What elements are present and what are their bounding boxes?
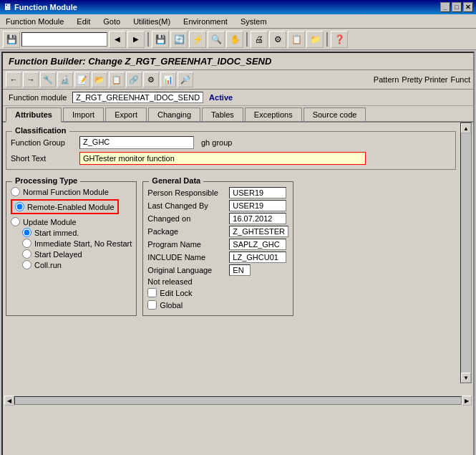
nav-tool5[interactable]: 📋	[109, 72, 125, 87]
nav5-button[interactable]: 📁	[306, 31, 324, 48]
radio-immed-no-restart-input[interactable]	[22, 239, 31, 248]
horizontal-scrollbar[interactable]: ◀ ▶	[4, 395, 472, 406]
menu-bar: Function Module Edit Goto Utilities(M) E…	[0, 14, 476, 29]
maximize-button[interactable]: □	[452, 2, 462, 12]
edit-lock-checkbox[interactable]	[147, 288, 157, 297]
nav-tool9[interactable]: 🔎	[178, 72, 193, 87]
general-label-1: Last Changed By	[147, 201, 226, 210]
tab-export[interactable]: Export	[105, 107, 147, 121]
tab-import[interactable]: Import	[63, 107, 104, 121]
general-value-4: SAPLZ_GHC	[229, 239, 286, 250]
general-label-0: Person Responsible	[147, 188, 226, 197]
general-value-1: USER19	[229, 200, 286, 211]
menu-item-system[interactable]: System	[238, 16, 270, 27]
radio-normal-input[interactable]	[11, 187, 20, 196]
short-text-input[interactable]	[79, 152, 366, 165]
print-button[interactable]: 🖨	[251, 31, 268, 48]
tab-changing[interactable]: Changing	[148, 107, 200, 121]
function-group-label: Function Group	[11, 138, 75, 147]
general-row-7: Not released	[147, 277, 288, 287]
toolbar: 💾 ◀ ▶ 💾 🔄 ⚡ 🔍 ✋ 🖨 ⚙ 📋 📁 ❓	[0, 29, 476, 50]
nav1-button[interactable]: ⚡	[189, 31, 206, 48]
global-label: Global	[160, 301, 183, 310]
radio-normal-label: Normal Function Module	[23, 188, 109, 196]
menu-item-function-module[interactable]: Function Module	[3, 16, 67, 27]
radio-update-label: Update Module	[23, 218, 77, 226]
nav-back-button[interactable]: ←	[6, 72, 21, 87]
nav-tool8[interactable]: 📊	[160, 72, 176, 87]
menu-item-utilities[interactable]: Utilities(M)	[130, 16, 173, 27]
general-row-3: Package Z_GHTESTER	[147, 225, 288, 238]
radio-coll-run-input[interactable]	[22, 260, 31, 269]
settings-button[interactable]: ⚙	[269, 31, 286, 48]
short-text-label: Short Text	[11, 154, 75, 163]
save2-button[interactable]: 💾	[152, 31, 169, 48]
scroll-left-button[interactable]: ◀	[4, 396, 14, 406]
nav-tool6[interactable]: 🔗	[126, 72, 142, 87]
funct-label[interactable]: Funct	[450, 75, 470, 84]
menu-item-edit[interactable]: Edit	[74, 16, 93, 27]
short-text-row: Short Text	[11, 150, 451, 166]
refresh-button[interactable]: 🔄	[170, 31, 188, 48]
forward-button[interactable]: ▶	[127, 31, 145, 48]
window-title: Function Builder: Change Z_RGT_GREENHAT_…	[3, 53, 473, 70]
radio-start-delayed-input[interactable]	[22, 249, 31, 259]
general-label-7: Not released	[147, 277, 226, 286]
nav3-button[interactable]: ✋	[226, 31, 243, 48]
nav-tool3[interactable]: 📝	[74, 72, 90, 87]
general-value-6: EN	[229, 264, 251, 276]
menu-item-environment[interactable]: Environment	[180, 16, 230, 27]
remote-enabled-box: Remote-Enabled Module	[11, 199, 119, 214]
minimize-button[interactable]: _	[440, 2, 450, 12]
radio-update-input[interactable]	[11, 217, 20, 226]
classification-box: Classification Function Group Z_GHC gh g…	[6, 131, 456, 170]
general-value-2: 16.07.2012	[229, 213, 286, 224]
title-bar-text: Function Module	[14, 3, 77, 11]
title-bar: 🖥 Function Module _ □ ✕	[0, 0, 476, 14]
menu-item-goto[interactable]: Goto	[100, 16, 123, 27]
global-checkbox[interactable]	[147, 300, 157, 310]
scroll-right-button[interactable]: ▶	[462, 396, 472, 406]
radio-start-immed-label: Start immed.	[34, 229, 79, 237]
radio-remote-label: Remote-Enabled Module	[27, 203, 115, 211]
nav2-button[interactable]: 🔍	[208, 31, 225, 48]
radio-start-immed-input[interactable]	[22, 228, 31, 237]
scroll-up-button[interactable]: ▲	[461, 123, 471, 133]
scroll-down-button[interactable]: ▼	[461, 373, 471, 383]
general-label-5: INCLUDE Name	[147, 253, 226, 262]
nav4-button[interactable]: 📋	[288, 31, 305, 48]
function-group-row: Function Group Z_GHC gh group	[11, 135, 451, 150]
scroll-track-v	[461, 133, 471, 373]
content-area: ▲ ▼ Classification Function Group Z_GHC …	[3, 123, 473, 395]
nav-tool4[interactable]: 📂	[92, 72, 107, 87]
general-value-0: USER19	[229, 187, 286, 198]
scroll-track-h	[14, 396, 462, 405]
close-button[interactable]: ✕	[463, 2, 473, 12]
help-button[interactable]: ❓	[331, 31, 348, 48]
nav-toolbar: ← → 🔧 🔬 📝 📂 📋 🔗 ⚙ 📊 🔎 Pattern Pretty Pri…	[3, 70, 473, 90]
toolbar-separator3	[326, 32, 328, 47]
radio-coll-run: Coll.run	[11, 259, 132, 270]
nav-forward-button[interactable]: →	[23, 72, 39, 87]
tab-attributes[interactable]: Attributes	[6, 107, 62, 123]
checkbox-edit-lock: Edit Lock	[147, 287, 288, 299]
fm-row: Function module Z_RGT_GREENHAT_IDOC_SEND…	[3, 90, 473, 106]
nav-tool7[interactable]: ⚙	[143, 72, 159, 87]
nav-tool2[interactable]: 🔬	[57, 72, 73, 87]
general-row-5: INCLUDE Name LZ_GHCU01	[147, 251, 288, 264]
pretty-printer-label[interactable]: Pretty Printer	[402, 75, 447, 84]
tab-exceptions[interactable]: Exceptions	[245, 107, 302, 121]
tab-tables[interactable]: Tables	[202, 107, 243, 121]
pattern-label[interactable]: Pattern	[374, 75, 399, 84]
vertical-scrollbar[interactable]: ▲ ▼	[460, 123, 472, 383]
function-group-value: Z_GHC	[79, 136, 194, 149]
radio-remote-input[interactable]	[15, 202, 24, 211]
save-button[interactable]: 💾	[3, 31, 20, 48]
command-input[interactable]	[21, 32, 107, 47]
nav-tool1[interactable]: 🔧	[40, 72, 56, 87]
general-label-4: Program Name	[147, 240, 226, 249]
tab-source-code[interactable]: Source code	[303, 107, 366, 121]
back-button[interactable]: ◀	[109, 31, 126, 48]
general-row-0: Person Responsible USER19	[147, 186, 288, 199]
edit-lock-label: Edit Lock	[160, 289, 192, 297]
